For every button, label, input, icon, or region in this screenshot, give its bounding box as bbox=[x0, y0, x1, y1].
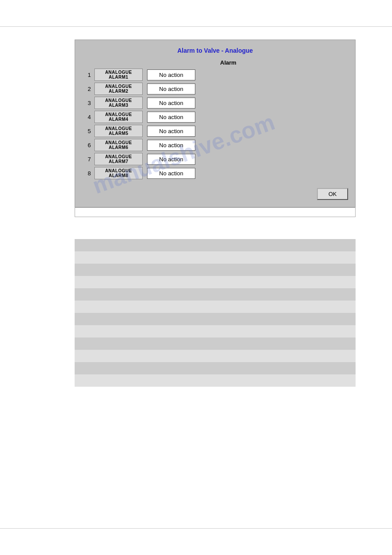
alarm-label-button-3[interactable]: ANALOGUE ALARM3 bbox=[94, 97, 143, 109]
action-button-6[interactable]: No action bbox=[147, 140, 195, 151]
action-button-8[interactable]: No action bbox=[147, 168, 195, 179]
alarm-label-button-4[interactable]: ANALOGUE ALARM4 bbox=[94, 111, 143, 123]
top-divider bbox=[0, 26, 392, 27]
stripe-row bbox=[75, 251, 356, 264]
alarm-row: 3 ANALOGUE ALARM3 No action bbox=[82, 97, 348, 109]
alarm-label-button-1[interactable]: ANALOGUE ALARM1 bbox=[94, 69, 143, 81]
action-button-4[interactable]: No action bbox=[147, 112, 195, 123]
stripe-row bbox=[75, 374, 356, 387]
stripe-row bbox=[75, 362, 356, 374]
row-number: 7 bbox=[82, 156, 91, 163]
stripe-row bbox=[75, 337, 356, 350]
row-number: 1 bbox=[82, 72, 91, 78]
row-number: 5 bbox=[82, 128, 91, 134]
stripe-row bbox=[75, 239, 356, 251]
stripe-row bbox=[75, 325, 356, 337]
row-number: 3 bbox=[82, 100, 91, 106]
main-container: Alarm to Valve - Analogue Alarm 1 ANALOG… bbox=[75, 40, 356, 387]
action-button-5[interactable]: No action bbox=[147, 126, 195, 137]
alarm-row: 5 ANALOGUE ALARM5 No action bbox=[82, 125, 348, 137]
stripe-row bbox=[75, 276, 356, 288]
row-number: 8 bbox=[82, 170, 91, 177]
stripe-row bbox=[75, 264, 356, 276]
alarm-label-button-5[interactable]: ANALOGUE ALARM5 bbox=[94, 125, 143, 137]
alarm-row: 2 ANALOGUE ALARM2 No action bbox=[82, 83, 348, 95]
striped-area bbox=[75, 239, 356, 387]
dialog-body: Alarm 1 ANALOGUE ALARM1 No action 2 ANAL… bbox=[82, 59, 348, 181]
dialog-title: Alarm to Valve - Analogue bbox=[82, 47, 348, 54]
alarm-row: 4 ANALOGUE ALARM4 No action bbox=[82, 111, 348, 123]
ok-row: OK bbox=[82, 188, 348, 200]
stripe-row bbox=[75, 350, 356, 362]
action-button-1[interactable]: No action bbox=[147, 69, 195, 80]
row-number: 6 bbox=[82, 142, 91, 149]
row-number: 2 bbox=[82, 86, 91, 92]
alarm-row: 6 ANALOGUE ALARM6 No action bbox=[82, 139, 348, 151]
dialog-panel: Alarm to Valve - Analogue Alarm 1 ANALOG… bbox=[75, 40, 356, 207]
bottom-divider bbox=[0, 528, 392, 529]
alarm-label-button-8[interactable]: ANALOGUE ALARM8 bbox=[94, 167, 143, 179]
alarm-label-button-6[interactable]: ANALOGUE ALARM6 bbox=[94, 139, 143, 151]
row-number: 4 bbox=[82, 114, 91, 120]
action-button-2[interactable]: No action bbox=[147, 83, 195, 94]
alarm-label-button-2[interactable]: ANALOGUE ALARM2 bbox=[94, 83, 143, 95]
stripe-row bbox=[75, 288, 356, 301]
alarm-row: 8 ANALOGUE ALARM8 No action bbox=[82, 167, 348, 179]
alarm-row: 7 ANALOGUE ALARM7 No action bbox=[82, 153, 348, 165]
action-button-3[interactable]: No action bbox=[147, 98, 195, 109]
ok-button[interactable]: OK bbox=[317, 188, 348, 200]
status-bar bbox=[75, 207, 356, 217]
alarm-column-header: Alarm bbox=[108, 59, 348, 66]
stripe-row bbox=[75, 301, 356, 313]
action-button-7[interactable]: No action bbox=[147, 154, 195, 165]
alarm-row: 1 ANALOGUE ALARM1 No action bbox=[82, 69, 348, 81]
alarm-label-button-7[interactable]: ANALOGUE ALARM7 bbox=[94, 153, 143, 165]
stripe-row bbox=[75, 313, 356, 325]
